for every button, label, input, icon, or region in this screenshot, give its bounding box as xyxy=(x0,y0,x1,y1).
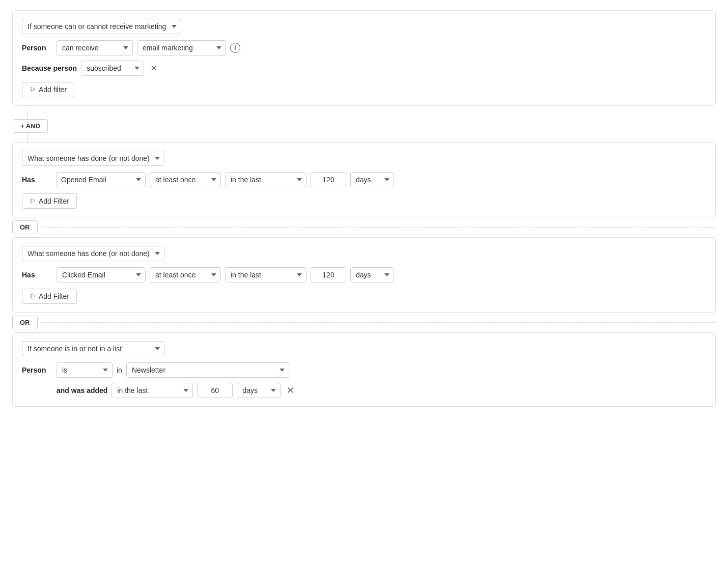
funnel-icon: ⚐ xyxy=(30,86,36,94)
clicked-condition-select[interactable]: What someone has done (or not done)If so… xyxy=(22,246,164,261)
funnel-icon-2: ⚐ xyxy=(30,198,36,205)
has-label-1: Has xyxy=(22,176,52,184)
close-added-button[interactable]: ✕ xyxy=(285,386,296,395)
opened-condition-select[interactable]: What someone has done (or not done)If so… xyxy=(22,151,164,166)
email-marketing-select[interactable]: email marketingsms marketing xyxy=(137,40,226,55)
timeframe-select-1[interactable]: in the lastbeforeafter xyxy=(225,172,306,187)
days-number-input-2[interactable] xyxy=(311,267,346,283)
block-opened-email: What someone has done (or not done)If so… xyxy=(12,142,716,217)
add-filter-button-2[interactable]: ⚐ Add Filter xyxy=(22,193,77,209)
close-because-button[interactable]: ✕ xyxy=(148,64,160,73)
clicked-email-select[interactable]: Opened EmailClicked EmailReceived Email xyxy=(57,267,146,283)
and-button[interactable]: + AND xyxy=(13,119,48,133)
person-label-2: Person xyxy=(22,366,52,374)
block-clicked-email: What someone has done (or not done)If so… xyxy=(12,237,716,313)
list-condition-select[interactable]: If someone is in or not in a listWhat so… xyxy=(22,341,164,356)
timeframe-select-3[interactable]: in the lastbeforeafter xyxy=(111,383,193,398)
days-number-input-1[interactable] xyxy=(311,172,346,187)
because-label: Because person xyxy=(22,64,77,72)
days-number-input-3[interactable] xyxy=(197,383,233,398)
and-was-added-label: and was added xyxy=(57,386,107,394)
person-label: Person xyxy=(22,44,52,52)
has-label-2: Has xyxy=(22,271,52,279)
funnel-icon-3: ⚐ xyxy=(30,293,36,300)
timeframe-select-2[interactable]: in the lastbeforeafter xyxy=(225,267,306,283)
block-list-condition: If someone is in or not in a listWhat so… xyxy=(12,332,716,407)
info-icon: i xyxy=(230,43,240,53)
frequency-select-2[interactable]: at least oncezero timesexactly xyxy=(150,267,221,283)
marketing-condition-select[interactable]: If someone can or cannot receive marketi… xyxy=(22,19,181,34)
add-filter-button-1[interactable]: ⚐ Add filter xyxy=(22,82,74,97)
days-select-1[interactable]: daysweeksmonths xyxy=(350,172,394,187)
frequency-select-1[interactable]: at least oncezero timesexactly xyxy=(150,172,221,187)
opened-email-select[interactable]: Opened EmailClicked EmailReceived Email xyxy=(57,172,146,187)
days-select-3[interactable]: daysweeksmonths xyxy=(237,383,281,398)
in-label: in xyxy=(117,366,122,374)
or-button-2[interactable]: OR xyxy=(12,316,38,329)
subscribed-select[interactable]: subscribedunsubscribed xyxy=(81,61,144,76)
add-filter-button-3[interactable]: ⚐ Add Filter xyxy=(22,289,77,304)
block-marketing-condition: If someone can or cannot receive marketi… xyxy=(12,10,716,106)
is-select[interactable]: isis not xyxy=(57,362,113,378)
or-button-1[interactable]: OR xyxy=(12,220,38,234)
days-select-2[interactable]: daysweeksmonths xyxy=(350,267,394,283)
can-receive-select[interactable]: can receivecannot receive xyxy=(57,40,133,55)
newsletter-select[interactable]: NewsletterPromotionsUpdates xyxy=(126,362,289,378)
